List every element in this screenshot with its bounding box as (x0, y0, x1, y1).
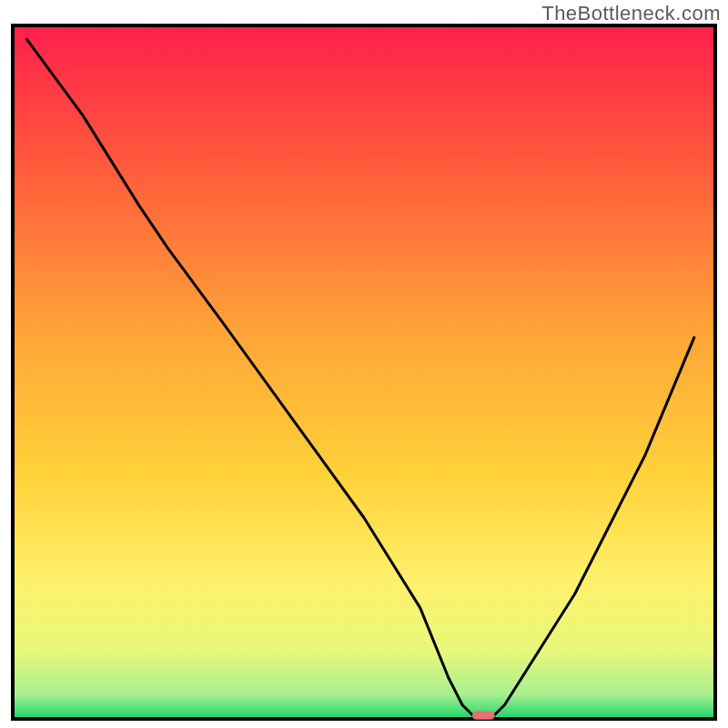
optimum-marker (472, 712, 495, 720)
watermark-text: TheBottleneck.com (541, 2, 721, 25)
chart-container: TheBottleneck.com (0, 0, 728, 728)
bottleneck-chart (0, 0, 728, 728)
plot-background (13, 25, 715, 719)
